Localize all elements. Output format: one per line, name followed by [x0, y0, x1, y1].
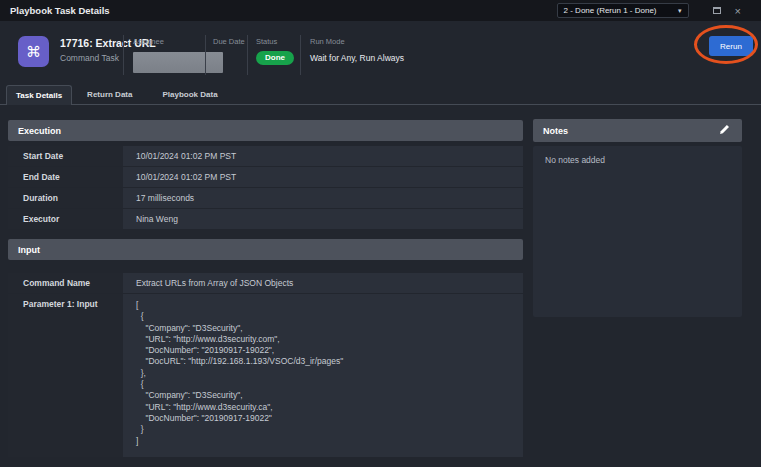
rerun-button[interactable]: Rerun — [709, 36, 753, 56]
parameter-json: [ { "Company": "D3Security", "URL": "htt… — [136, 299, 517, 452]
tab-return-data[interactable]: Return Data — [72, 85, 147, 104]
execution-section: Execution Start Date 10/01/2024 01:02 PM… — [8, 120, 523, 229]
notes-section-header: Notes — [533, 119, 742, 142]
execution-section-title: Execution — [18, 126, 61, 136]
tabbar: Task Details Return Data Playbook Data — [0, 85, 761, 105]
table-row: End Date 10/01/2024 01:02 PM PST — [8, 167, 523, 187]
row-label: Executor — [8, 209, 123, 229]
assignee-label: Assignee — [133, 37, 223, 46]
maximize-button[interactable] — [713, 7, 721, 14]
tab-playbook-data[interactable]: Playbook Data — [147, 85, 232, 104]
run-mode-field: Run Mode Wait for Any, Run Always — [310, 37, 404, 63]
divider — [247, 35, 248, 75]
tab-task-details[interactable]: Task Details — [6, 85, 72, 105]
input-section-header: Input — [8, 239, 523, 260]
status-field: Status Done — [256, 37, 294, 65]
command-name-value: Extract URLs from Array of JSON Objects — [123, 273, 523, 293]
execution-section-header: Execution — [8, 120, 523, 141]
notes-panel: Notes No notes added — [533, 119, 742, 317]
row-label: End Date — [8, 167, 123, 187]
close-button[interactable]: × — [735, 7, 741, 15]
divider — [300, 35, 301, 75]
row-value: 10/01/2024 01:02 PM PST — [123, 146, 523, 166]
task-details-panel: Execution Start Date 10/01/2024 01:02 PM… — [8, 120, 523, 458]
notes-section-title: Notes — [543, 126, 568, 136]
run-version-dropdown[interactable]: 2 - Done (Rerun 1 - Done) ▾ — [557, 3, 689, 18]
row-value: Nina Weng — [123, 209, 523, 229]
table-row: Duration 17 milliseconds — [8, 188, 523, 208]
command-name-label: Command Name — [8, 273, 123, 293]
row-value: 10/01/2024 01:02 PM PST — [123, 167, 523, 187]
divider — [123, 35, 124, 75]
run-mode-label: Run Mode — [310, 37, 404, 46]
titlebar: Playbook Task Details 2 - Done (Rerun 1 … — [0, 0, 761, 21]
assignee-field: Assignee — [133, 37, 223, 73]
maximize-icon — [713, 7, 721, 14]
input-section: Input Command Name Extract URLs from Arr… — [8, 239, 523, 457]
edit-notes-button[interactable] — [717, 121, 732, 140]
input-section-title: Input — [18, 245, 40, 255]
run-mode-value: Wait for Any, Run Always — [310, 53, 404, 63]
parameter-input-label: Parameter 1: Input — [8, 294, 123, 457]
task-header: ⌘ 17716: Extract URL Command Task Assign… — [0, 21, 761, 85]
table-row: Executor Nina Weng — [8, 209, 523, 229]
divider — [205, 35, 206, 75]
window-title: Playbook Task Details — [10, 5, 110, 16]
notes-empty-text: No notes added — [545, 155, 605, 165]
due-date-label: Due Date — [213, 37, 245, 46]
chevron-down-icon: ▾ — [678, 7, 682, 15]
command-task-icon: ⌘ — [18, 36, 49, 67]
row-value: 17 milliseconds — [123, 188, 523, 208]
due-date-field: Due Date — [213, 37, 245, 46]
row-label: Start Date — [8, 146, 123, 166]
table-row: Start Date 10/01/2024 01:02 PM PST — [8, 146, 523, 166]
parameter-input-value: [ { "Company": "D3Security", "URL": "htt… — [123, 294, 523, 457]
notes-body: No notes added — [533, 146, 742, 317]
run-version-dropdown-value: 2 - Done (Rerun 1 - Done) — [564, 6, 657, 15]
status-label: Status — [256, 37, 294, 46]
pencil-icon — [719, 123, 730, 138]
table-row: Command Name Extract URLs from Array of … — [8, 273, 523, 293]
row-label: Duration — [8, 188, 123, 208]
assignee-value-redacted — [133, 52, 223, 73]
table-row: Parameter 1: Input [ { "Company": "D3Sec… — [8, 294, 523, 457]
status-badge: Done — [256, 51, 294, 65]
